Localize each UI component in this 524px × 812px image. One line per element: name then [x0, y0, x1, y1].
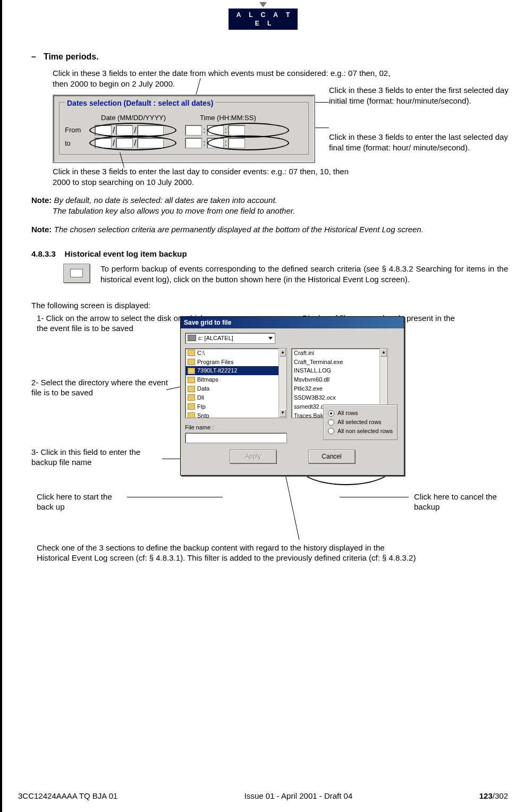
drive-combo[interactable]: c: [ALCATEL] [185, 333, 275, 344]
radio-icon [328, 428, 334, 434]
to-min-input[interactable] [207, 138, 224, 148]
section-number: 4.8.3.3 [31, 249, 56, 258]
to-sec-input[interactable] [228, 138, 245, 148]
dir-item: Data [197, 385, 209, 393]
folder-icon [188, 368, 195, 374]
scroll-up-icon[interactable]: ▲ [380, 349, 387, 357]
drive-label: c: [ALCATEL] [198, 334, 233, 342]
slash: / [134, 125, 136, 136]
slash: / [134, 138, 136, 148]
scroll-down-icon[interactable]: ▼ [279, 409, 286, 418]
from-label: From [65, 125, 95, 135]
radio-all-rows[interactable]: All rows [328, 409, 393, 417]
to-hour-input[interactable] [185, 138, 202, 148]
dir-item: Ftp [197, 403, 206, 411]
folder-icon [188, 350, 195, 356]
from-day-input[interactable] [116, 125, 133, 136]
leader-line [284, 472, 299, 539]
dir-item: Program Files [197, 358, 233, 366]
leader-line [127, 497, 223, 497]
folder-icon [188, 412, 195, 418]
from-month-input[interactable] [95, 125, 112, 136]
from-year-input[interactable] [137, 125, 164, 136]
file-item: Craft.ini [294, 349, 314, 357]
section-title: Historical event log item backup [65, 249, 187, 258]
folder-icon [188, 394, 195, 401]
file-item: Msvbvm60.dll [294, 376, 329, 384]
rows-radio-group: All rows All selected rows All non selec… [323, 404, 398, 440]
bullet-time-periods: – Time periods. [31, 51, 508, 63]
file-item: Ptlic32.exe [294, 385, 323, 393]
radio-icon [328, 410, 334, 417]
colon: : [203, 125, 205, 136]
slash: / [113, 138, 115, 148]
directory-listbox[interactable]: C:\ Program Files 7390LT-lt22212 Bitmaps… [185, 348, 287, 418]
radio-selected-rows[interactable]: All selected rows [328, 418, 393, 426]
following-screen-text: The following screen is displayed: [31, 300, 508, 311]
dir-item: Dll [197, 394, 204, 402]
brand-triangle-icon [259, 2, 267, 7]
section-heading: 4.8.3.3 Historical event log item backup [31, 249, 508, 259]
page-footer: 3CC12424AAAA TQ BJA 01 Issue 01 - April … [18, 791, 508, 801]
colon: : [225, 125, 227, 136]
dir-item: C:\ [197, 349, 205, 357]
note-1: Note: By default, no date is selected: a… [31, 195, 508, 217]
brand-header: A L C A T E L [229, 0, 298, 30]
to-label: to [65, 139, 95, 148]
bullet-dash: – [31, 51, 36, 63]
annot-cancel-backup: Click here to cancel the backup [414, 492, 504, 512]
colon: : [225, 138, 227, 148]
leader-line [340, 497, 409, 497]
backup-paragraph-block: To perform backup of events correspondin… [31, 264, 508, 285]
to-year-input[interactable] [137, 138, 164, 148]
file-item: Craft_Terminal.exe [294, 358, 343, 366]
file-item: SSDW3B32.ocx [294, 394, 336, 402]
footer-issue: Issue 01 - April 2001 - Draft 04 [244, 791, 352, 801]
time-header-label: Time (HH:MM:SS) [200, 113, 256, 123]
from-sec-input[interactable] [228, 125, 245, 136]
note-1-line1: By default, no date is selected: all dat… [54, 196, 277, 205]
from-min-input[interactable] [207, 125, 224, 136]
annot-start-backup: Click here to start the back up [37, 492, 127, 512]
scrollbar[interactable]: ▲ ▼ [278, 349, 286, 418]
note-2: Note: The chosen selection criteria are … [31, 224, 508, 235]
dir-item: 7390LT-lt22212 [197, 367, 238, 375]
file-item: ssmedt32.dll [294, 403, 327, 411]
to-month-input[interactable] [95, 138, 112, 148]
to-day-input[interactable] [116, 138, 133, 148]
annot-initial-time: Click in these 3 fields to enter the fir… [329, 85, 515, 106]
annot-last-day: Click in these 3 fields to enter the las… [53, 166, 350, 188]
folder-icon [188, 377, 195, 383]
from-hour-input[interactable] [185, 125, 202, 136]
footer-page: 123/302 [479, 791, 508, 801]
apply-button[interactable]: Apply [230, 450, 276, 463]
file-item: INSTALL.LOG [294, 367, 331, 375]
dir-item: Sntp [197, 412, 209, 418]
date-header-label: Date (MM/DD/YYYY) [101, 113, 166, 123]
annot-select-dir: 2- Select the directory where the event … [31, 377, 170, 398]
cancel-button[interactable]: Cancel [308, 450, 355, 463]
bullet-label: Time periods. [44, 51, 99, 63]
radio-nonselected-rows[interactable]: All non selected rows [328, 427, 393, 435]
dialog-title-bar: Save grid to file [181, 317, 404, 328]
note-prefix: Note: [31, 225, 52, 234]
backup-paragraph: To perform backup of events correspondin… [100, 264, 508, 285]
footer-docref: 3CC12424AAAA TQ BJA 01 [18, 791, 117, 801]
brand-name: A L C A T E L [229, 9, 298, 30]
folder-icon [188, 386, 195, 392]
note-prefix: Note: [31, 196, 52, 205]
dates-dialog-title: Dates selection (Default : select all da… [65, 98, 215, 108]
folder-icon [188, 359, 195, 365]
drive-icon [188, 335, 196, 341]
file-item: Traces.Bak [294, 412, 323, 418]
filename-input[interactable] [185, 433, 287, 443]
annot-final-time: Click in these 3 fields to enter the las… [329, 132, 515, 153]
folder-icon [188, 403, 195, 410]
dates-selection-dialog: Dates selection (Default : select all da… [53, 95, 315, 163]
annot-sections: Check one of the 3 sections to define th… [37, 543, 419, 563]
note-2-text: The chosen selection criteria are perman… [54, 225, 424, 234]
slash: / [113, 125, 115, 136]
save-grid-dialog: Save grid to file c: [ALCATEL] C:\ Progr… [180, 316, 404, 476]
note-1-line2: The tabulation key also allows you to mo… [53, 206, 295, 215]
scroll-up-icon[interactable]: ▲ [279, 349, 286, 357]
